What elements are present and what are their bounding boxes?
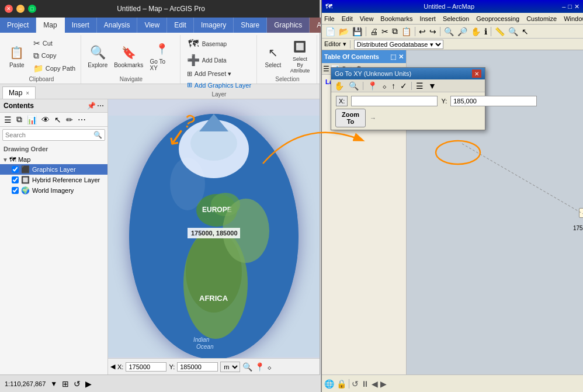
cut-icon[interactable]: ✂: [380, 26, 390, 37]
arcmap-minimize-icon[interactable]: –: [562, 3, 565, 10]
menu-bookmarks[interactable]: Bookmarks: [380, 15, 412, 22]
goto-point-icon[interactable]: 📍: [366, 81, 379, 91]
search-input[interactable]: [5, 131, 93, 138]
menu-geoprocessing[interactable]: Geoprocessing: [476, 15, 519, 22]
arcmap-pause-icon[interactable]: ⏸: [361, 379, 369, 388]
select-features-icon[interactable]: ↖: [520, 26, 530, 37]
redo-icon[interactable]: ↪: [428, 26, 438, 37]
arcmap-close-icon[interactable]: ✕: [574, 3, 579, 11]
menu-insert[interactable]: Insert: [419, 15, 436, 22]
pin-icon[interactable]: 📌: [87, 102, 96, 110]
geodatabase-dropdown[interactable]: Distributed Geodatabase ▾: [354, 40, 443, 49]
zoom-icon[interactable]: 🔍: [242, 362, 252, 372]
pin-map-icon[interactable]: 📍: [255, 362, 265, 372]
graphics-layer-item[interactable]: ⬛ Graphics Layer: [0, 164, 107, 175]
add-preset-button[interactable]: ⊞ Add Preset ▾: [185, 69, 234, 79]
tab-view[interactable]: View: [137, 18, 167, 33]
goto-check-icon[interactable]: ✓: [398, 81, 409, 91]
find-icon[interactable]: 🔍: [507, 26, 519, 37]
tab-analysis[interactable]: Analysis: [97, 18, 138, 33]
goto-x-input[interactable]: [351, 96, 438, 106]
menu-customize[interactable]: Customize: [526, 15, 557, 22]
toc-close-icon[interactable]: ✕: [398, 53, 404, 61]
goto-arrow-icon[interactable]: ↑: [390, 81, 397, 91]
close-map-tab[interactable]: ×: [26, 90, 29, 96]
y-input[interactable]: [177, 362, 218, 372]
goto-menu-icon[interactable]: ☰: [414, 81, 425, 91]
map-tab[interactable]: Map ×: [2, 86, 36, 99]
goto-pan-icon[interactable]: ✋: [332, 81, 346, 91]
list-view-icon[interactable]: ☰: [2, 115, 13, 125]
goto-vertex-icon[interactable]: ⬦: [380, 81, 388, 91]
goto-y-input[interactable]: [450, 96, 537, 106]
copy-path-button[interactable]: 📁 Copy Path: [31, 63, 78, 74]
nav-back-icon[interactable]: ◀: [110, 363, 115, 370]
basemap-button[interactable]: 🗺 Basemap: [185, 36, 229, 51]
arcmap-refresh-icon[interactable]: ↺: [352, 379, 359, 388]
cut-button[interactable]: ✂ Cut: [31, 37, 78, 49]
bookmarks-button[interactable]: 🔖 Bookmarks: [112, 42, 145, 70]
zoom-out-icon[interactable]: 🔎: [456, 26, 469, 37]
menu-file[interactable]: File: [324, 15, 335, 22]
zoom-to-button[interactable]: Zoom To: [335, 109, 366, 127]
hybrid-ref-checkbox[interactable]: [12, 176, 19, 183]
menu-edit[interactable]: Edit: [342, 15, 353, 22]
arcmap-back-icon[interactable]: ◀: [372, 379, 378, 388]
zoom-in-icon[interactable]: 🔍: [443, 26, 455, 37]
copy-icon[interactable]: ⧉: [391, 26, 399, 37]
measure-icon[interactable]: 📏: [494, 26, 506, 37]
paste-icon[interactable]: 📋: [400, 26, 412, 37]
tab-map[interactable]: Map: [36, 18, 64, 33]
tab-share[interactable]: Share: [234, 18, 267, 33]
world-imagery-checkbox[interactable]: [12, 187, 19, 194]
visibility-icon[interactable]: 👁: [40, 115, 51, 125]
tab-insert[interactable]: Insert: [65, 18, 97, 33]
tab-project[interactable]: Project: [0, 18, 36, 33]
unit-select[interactable]: m ft: [220, 362, 240, 372]
goto-dropdown-icon[interactable]: ▼: [426, 81, 438, 91]
world-imagery-item[interactable]: 🌍 World Imagery: [0, 185, 107, 196]
explore-button[interactable]: 🔍 Explore: [86, 42, 110, 70]
toc-list-icon[interactable]: ☰: [323, 65, 329, 73]
x-input[interactable]: [126, 362, 166, 372]
tab-edit[interactable]: Edit: [167, 18, 194, 33]
map-view[interactable]: ↙ ?: [108, 99, 320, 374]
print-icon[interactable]: 🖨: [369, 26, 379, 37]
menu-view[interactable]: View: [360, 15, 374, 22]
contents-search[interactable]: 🔍: [2, 129, 105, 141]
options-icon[interactable]: ⋯: [97, 102, 104, 110]
goto-zoomin-icon[interactable]: 🔍: [347, 81, 360, 91]
refresh-icon[interactable]: ↺: [74, 379, 81, 388]
goto-x-button[interactable]: X:: [336, 96, 348, 106]
pan-icon[interactable]: ✋: [470, 26, 482, 37]
arcmap-maximize-icon[interactable]: □: [568, 3, 572, 10]
drawing-order-icon[interactable]: ⧉: [15, 114, 24, 125]
more-icon[interactable]: ⋯: [76, 115, 88, 125]
maximize-button[interactable]: □: [28, 5, 36, 13]
goto-close-button[interactable]: ✕: [472, 70, 481, 78]
editor-dropdown[interactable]: Editor ▾: [324, 40, 346, 48]
identify-icon[interactable]: ℹ: [483, 26, 488, 37]
copy-button[interactable]: ⧉ Copy: [31, 50, 78, 62]
undo-icon[interactable]: ↩: [418, 26, 427, 37]
select-by-attr-button[interactable]: 🔲 Select ByAttribute: [287, 36, 313, 75]
new-doc-icon[interactable]: 📄: [324, 26, 336, 37]
menu-windows[interactable]: Windows: [564, 15, 583, 22]
grid-icon[interactable]: ⊞: [62, 379, 69, 388]
hybrid-ref-layer-item[interactable]: 🔲 Hybrid Reference Layer: [0, 175, 107, 185]
graphics-layer-checkbox[interactable]: [12, 166, 19, 173]
minimize-button[interactable]: –: [16, 5, 25, 13]
close-button[interactable]: ✕: [5, 5, 13, 13]
arrow-right-icon[interactable]: ▶: [85, 379, 92, 388]
edit-icon[interactable]: ✏: [64, 115, 75, 125]
paste-button[interactable]: 📋 Paste: [5, 42, 29, 70]
arcmap-forward-icon[interactable]: ▶: [380, 379, 387, 388]
tab-graphics[interactable]: Graphics: [267, 18, 310, 33]
save-icon[interactable]: 💾: [351, 26, 363, 37]
selection-icon[interactable]: ↖: [53, 115, 63, 125]
tab-imagery[interactable]: Imagery: [194, 18, 234, 33]
add-graphics-layer-button[interactable]: ⊞ Add Graphics Layer: [185, 80, 254, 90]
source-icon[interactable]: 📊: [25, 115, 39, 125]
add-data-button[interactable]: ➕ Add Data: [185, 53, 229, 68]
map-layer-group[interactable]: ▼ 🗺 Map: [0, 155, 107, 164]
